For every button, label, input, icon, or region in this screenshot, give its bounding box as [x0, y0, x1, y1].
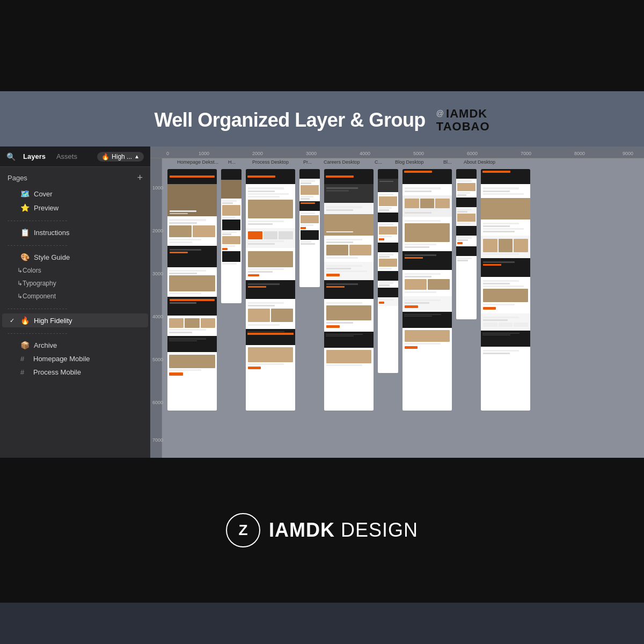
brand-sub: TAOBAO — [436, 120, 490, 133]
page-item-homepagemobile[interactable]: # Homepage Mobile — [2, 352, 148, 365]
ruler-tick-8000: 8000 — [574, 151, 585, 156]
vertical-ruler: 1000 2000 3000 4000 5000 6000 7000 — [150, 158, 162, 458]
frame-homepage-desktop[interactable] — [167, 169, 217, 411]
frame-careers-desktop[interactable] — [324, 169, 374, 411]
ruler-tick-3000: 3000 — [306, 151, 317, 156]
add-page-button[interactable]: + — [137, 172, 143, 184]
vtick-1000: 1000 — [152, 185, 163, 191]
page-item-cover[interactable]: 🗺️ Cover — [2, 187, 148, 201]
frame-label-bl: Bl... — [443, 159, 464, 165]
ruler-tick-6000: 6000 — [467, 151, 478, 156]
cover-emoji: 🗺️ — [20, 189, 30, 198]
vtick-7000: 7000 — [152, 437, 163, 443]
vtick-2000: 2000 — [152, 228, 163, 233]
frame-label-careers: Careers Desktop — [324, 159, 375, 165]
divider-3: -------------------- — [0, 303, 150, 313]
preview-label: Preview — [34, 204, 58, 212]
colors-label: ↳Colors — [17, 267, 41, 274]
frame-c-mobile[interactable] — [378, 169, 398, 373]
page-item-preview[interactable]: ⭐ Preview — [2, 201, 148, 215]
assets-tab[interactable]: Assets — [53, 151, 80, 162]
frame-h-mobile[interactable] — [221, 169, 241, 303]
hash-icon: # — [20, 355, 29, 363]
search-icon[interactable]: 🔍 — [6, 152, 16, 161]
bottom-bar: Z IAMDK DESIGN — [0, 458, 644, 603]
frame-process-desktop[interactable] — [246, 169, 295, 411]
horizontal-ruler: 0 1000 2000 3000 4000 5000 6000 7000 800… — [150, 147, 644, 158]
frame-col-process — [246, 169, 295, 411]
brand-block: @ IAMDK TAOBAO — [436, 107, 490, 133]
page-item-typography[interactable]: ↳Typography — [2, 277, 148, 290]
page-item-colors[interactable]: ↳Colors — [2, 264, 148, 277]
styleguide-emoji: 🎨 — [20, 253, 30, 261]
layers-tab[interactable]: Layers — [20, 151, 49, 162]
logo-brand-regular: DESIGN — [335, 519, 418, 541]
canvas-content: Homepage Dekst... H... Process Desktop P… — [162, 158, 644, 458]
page-item-archive[interactable]: 📦 Archive — [2, 338, 148, 352]
frame-label-process: Process Desktop — [252, 159, 303, 165]
typography-label: ↳Typography — [17, 280, 56, 287]
frame-col-h-mobile — [221, 169, 241, 303]
frame-col-careers — [324, 169, 374, 411]
page-chip-label: High ... — [112, 153, 132, 160]
page-item-instructions[interactable]: 📋 Instructions — [2, 225, 148, 239]
vtick-3000: 3000 — [152, 271, 163, 276]
frame-col-about — [481, 169, 530, 411]
pages-label: Pages — [8, 174, 27, 182]
brand-name: IAMDK — [446, 107, 487, 120]
homepagemobile-label: Homepage Mobile — [33, 355, 90, 363]
component-label: ↳Component — [17, 292, 56, 300]
frame-col-blog — [402, 169, 452, 411]
ruler-tick-7000: 7000 — [521, 151, 531, 156]
pages-header: Pages + — [0, 167, 150, 187]
ruler-tick-4000: 4000 — [360, 151, 370, 156]
panel-toolbar: 🔍 Layers Assets 🔥 High ... ▲ — [0, 147, 150, 167]
archive-label: Archive — [34, 341, 57, 349]
brand-at: @ — [436, 109, 444, 118]
canvas-area[interactable]: 0 1000 2000 3000 4000 5000 6000 7000 800… — [150, 147, 644, 458]
ruler-tick-2000: 2000 — [252, 151, 263, 156]
frame-col-pr-mobile — [299, 169, 320, 287]
frame-col-homepage — [167, 169, 217, 411]
checkmark-icon: ✓ — [10, 317, 16, 324]
logo-area: Z IAMDK DESIGN — [226, 513, 418, 547]
instructions-emoji: 📋 — [20, 228, 30, 237]
page-item-highfidelity[interactable]: ✓ 🔥 High Fidelity — [2, 313, 148, 327]
ruler-tick-9000: 9000 — [623, 151, 633, 156]
frame-pr-mobile[interactable] — [299, 169, 320, 287]
frame-label-c: C... — [375, 159, 395, 165]
frame-col-c-mobile — [378, 169, 398, 373]
frame-label-homepage: Homepage Dekst... — [177, 159, 228, 165]
styleguide-label: Style Guide — [34, 253, 70, 261]
top-bar — [0, 0, 644, 91]
flame-icon: 🔥 — [101, 153, 109, 160]
preview-emoji: ⭐ — [20, 203, 30, 212]
logo-icon: Z — [238, 522, 247, 539]
ruler-tick-1000: 1000 — [199, 151, 209, 156]
divider-1: -------------------- — [0, 215, 150, 225]
logo-brand-bold: IAMDK — [269, 519, 335, 541]
frames-container — [167, 169, 530, 411]
ruler-tick-0: 0 — [166, 151, 169, 156]
chevron-icon: ▲ — [134, 153, 140, 159]
frame-label-about: About Desktop — [464, 159, 512, 165]
vtick-6000: 6000 — [152, 400, 163, 405]
page-item-processmobile[interactable]: # Process Mobile — [2, 365, 148, 379]
processmobile-label: Process Mobile — [33, 368, 81, 376]
page-item-styleguide[interactable]: 🎨 Style Guide — [2, 250, 148, 264]
frame-about-desktop[interactable] — [481, 169, 530, 411]
page-chip[interactable]: 🔥 High ... ▲ — [97, 152, 144, 162]
vtick-5000: 5000 — [152, 357, 163, 362]
main-title: Well Organized Layer & Group — [154, 109, 425, 131]
logo-text: IAMDK DESIGN — [269, 519, 418, 541]
ui-area: 🔍 Layers Assets 🔥 High ... ▲ Pages + 🗺️ … — [0, 147, 644, 458]
highfidelity-emoji: 🔥 — [20, 316, 30, 325]
page-item-component[interactable]: ↳Component — [2, 290, 148, 303]
cover-label: Cover — [34, 190, 53, 198]
frame-label-blog: Blog Desktop — [395, 159, 443, 165]
frame-bl-mobile[interactable] — [456, 169, 477, 319]
frame-label-pr: Pr... — [303, 159, 324, 165]
ruler-tick-5000: 5000 — [413, 151, 424, 156]
archive-emoji: 📦 — [20, 341, 30, 349]
frame-blog-desktop[interactable] — [402, 169, 452, 411]
